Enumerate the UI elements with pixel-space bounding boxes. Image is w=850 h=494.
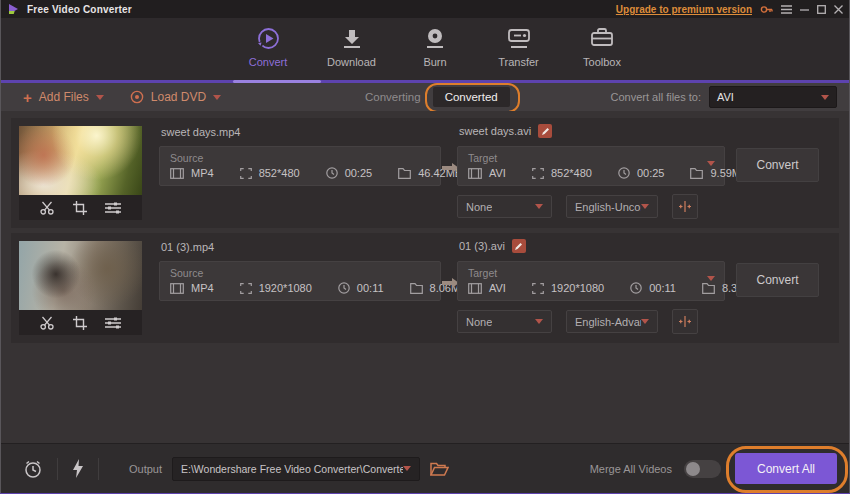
tab-toolbox-label: Toolbox [583, 56, 621, 68]
source-file-name: 01 (3).mp4 [161, 241, 214, 253]
subtitle-caret-icon [641, 204, 649, 209]
subtitle-select[interactable]: English-Uncom... [566, 195, 658, 218]
size-folder-icon [690, 168, 703, 179]
merge-plus-icon [678, 201, 692, 212]
resolution-icon [240, 168, 252, 179]
source-resolution: 1920*1080 [259, 282, 312, 294]
subtitle-value: English-Advanc... [575, 316, 641, 328]
output-path-select[interactable]: E:\Wondershare Free Video Converter\Conv… [172, 457, 420, 481]
schedule-icon[interactable] [23, 459, 43, 479]
duration-icon [618, 167, 630, 179]
maximize-icon[interactable] [817, 5, 826, 14]
target-info-box[interactable]: Target AVI 1920*1080 00:11 8.33MB [457, 261, 725, 301]
size-folder-icon [702, 283, 715, 294]
crop-icon[interactable] [73, 316, 87, 330]
subtitle-value: English-Uncom... [575, 201, 641, 213]
add-files-caret-icon[interactable] [96, 95, 104, 100]
size-folder-icon [410, 283, 423, 294]
output-path-value: E:\Wondershare Free Video Converter\Conv… [181, 463, 403, 475]
trim-icon[interactable] [40, 316, 55, 330]
effect-value: None [466, 316, 492, 328]
download-icon [341, 26, 363, 51]
upgrade-link[interactable]: Upgrade to premium version [616, 4, 752, 15]
subtitle-select[interactable]: English-Advanc... [566, 310, 658, 333]
target-settings-caret-icon[interactable] [707, 276, 715, 281]
convert-all-files-label: Convert all files to: [611, 91, 701, 103]
video-thumbnail-card [19, 126, 142, 220]
divider [98, 458, 99, 480]
source-label: Source [170, 152, 203, 164]
duration-icon [630, 282, 642, 294]
title-bar: Free Video Converter Upgrade to premium … [1, 0, 849, 18]
target-duration: 00:11 [649, 282, 676, 294]
minimize-icon[interactable] [800, 5, 809, 14]
open-folder-icon[interactable] [430, 462, 449, 476]
tab-toolbox[interactable]: Toolbox [573, 26, 631, 68]
add-subtitle-button[interactable] [672, 309, 698, 334]
merge-all-videos-label: Merge All Videos [590, 463, 672, 475]
tab-transfer[interactable]: Transfer [490, 26, 548, 68]
effects-sliders-icon[interactable] [105, 201, 121, 215]
source-format: MP4 [191, 282, 214, 294]
edit-name-icon[interactable] [512, 239, 526, 253]
merge-plus-icon [678, 316, 692, 327]
output-format-caret-icon [821, 95, 829, 100]
tab-burn-label: Burn [423, 56, 446, 68]
source-file-name: sweet days.mp4 [161, 126, 240, 138]
add-subtitle-button[interactable] [672, 194, 698, 219]
target-info-box[interactable]: Target AVI 852*480 00:25 9.59MB [457, 146, 725, 186]
load-dvd-icon [130, 90, 144, 104]
size-folder-icon [398, 168, 411, 179]
load-dvd-label: Load DVD [151, 90, 206, 104]
premium-key-icon[interactable] [760, 4, 773, 15]
toggle-knob [686, 462, 700, 476]
tab-transfer-label: Transfer [498, 56, 539, 68]
add-files-label: Add Files [39, 90, 89, 104]
convert-all-button[interactable]: Convert All [735, 453, 837, 484]
tab-convert-label: Convert [249, 56, 288, 68]
effect-select[interactable]: None [457, 195, 552, 218]
effect-select[interactable]: None [457, 310, 552, 333]
file-row-2: 01 (3).mp4 Source MP4 1920*1080 00:11 8.… [11, 233, 839, 343]
video-thumbnail[interactable] [19, 126, 142, 195]
video-thumbnail[interactable] [19, 241, 142, 310]
convert-button[interactable]: Convert [736, 148, 819, 182]
source-format: MP4 [191, 167, 214, 179]
transfer-device-icon [506, 26, 532, 51]
edit-name-icon[interactable] [538, 124, 552, 138]
tab-download[interactable]: Download [323, 26, 381, 68]
tab-convert[interactable]: Convert [239, 26, 297, 68]
output-format-value: AVI [717, 91, 734, 103]
tab-converted[interactable]: Converted [433, 87, 510, 107]
add-files-button[interactable]: + Add Files [23, 90, 104, 105]
source-duration: 00:11 [357, 282, 384, 294]
close-icon[interactable] [834, 5, 843, 14]
convert-button[interactable]: Convert [736, 263, 819, 297]
high-speed-icon[interactable] [72, 459, 84, 478]
circular-play-icon [256, 26, 281, 51]
crop-icon[interactable] [73, 201, 87, 215]
load-dvd-caret-icon[interactable] [213, 95, 221, 100]
nav-bar: Convert Download Burn [1, 18, 849, 80]
target-file-name: sweet days.avi [459, 125, 531, 137]
format-icon [468, 168, 482, 179]
tab-converting[interactable]: Converting [353, 87, 433, 107]
load-dvd-button[interactable]: Load DVD [130, 90, 221, 104]
tab-burn[interactable]: Burn [406, 26, 464, 68]
toolbar: + Add Files Load DVD Converting Converte… [1, 83, 849, 111]
burn-disc-icon [424, 26, 446, 51]
format-icon [170, 283, 184, 294]
duration-icon [338, 282, 350, 294]
menu-icon[interactable] [781, 5, 792, 14]
target-duration: 00:25 [637, 167, 665, 179]
target-resolution: 852*480 [551, 167, 592, 179]
merge-all-videos-toggle[interactable] [684, 460, 721, 478]
output-format-select[interactable]: AVI [709, 86, 837, 108]
resolution-icon [532, 168, 544, 179]
source-duration: 00:25 [345, 167, 373, 179]
target-format: AVI [489, 167, 506, 179]
trim-icon[interactable] [40, 201, 55, 215]
effects-sliders-icon[interactable] [105, 316, 121, 330]
target-settings-caret-icon[interactable] [707, 161, 715, 166]
target-file-name: 01 (3).avi [459, 240, 505, 252]
